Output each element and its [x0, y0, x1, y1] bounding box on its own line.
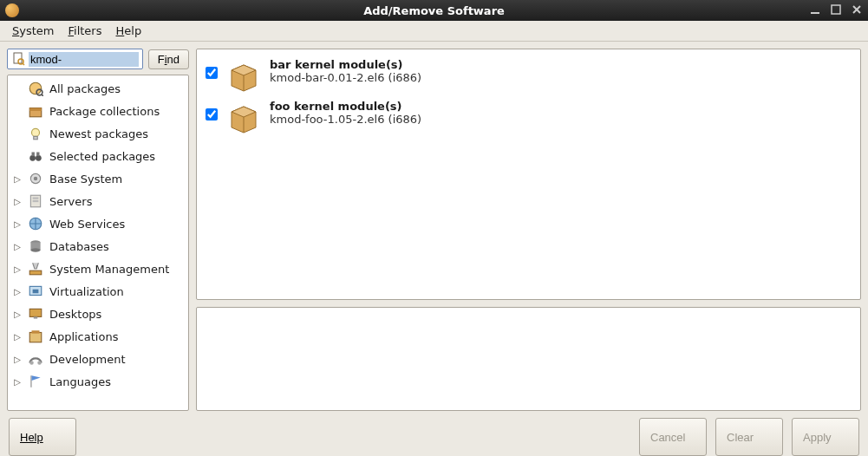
svg-rect-31 — [34, 316, 38, 318]
search-input[interactable] — [29, 52, 139, 67]
sidebar-quick-2[interactable]: Newest packages — [8, 122, 188, 145]
category-tree[interactable]: All packagesPackage collectionsNewest pa… — [7, 75, 189, 411]
expander-icon[interactable]: ▷ — [13, 332, 22, 342]
help-button[interactable]: Help — [9, 418, 76, 456]
apps-icon — [27, 328, 44, 345]
maximize-icon[interactable] — [830, 4, 842, 17]
expander-icon[interactable]: ▷ — [13, 287, 22, 296]
sidebar-quick-1[interactable]: Package collections — [8, 100, 188, 122]
package-name: foo kernel module(s) — [270, 100, 421, 113]
gear-icon — [27, 170, 44, 187]
search-box[interactable] — [7, 49, 143, 69]
package-row[interactable]: foo kernel module(s)kmod-foo-1.05-2.el6 … — [200, 96, 857, 138]
sidebar-item-label: Desktops — [49, 308, 101, 321]
details-pane — [196, 307, 861, 411]
sidebar-quick-0[interactable]: All packages — [8, 77, 188, 100]
svg-rect-21 — [33, 198, 39, 199]
svg-point-7 — [29, 82, 42, 94]
window-controls — [809, 4, 863, 17]
svg-rect-11 — [29, 108, 42, 111]
minimize-icon[interactable] — [809, 4, 821, 17]
svg-rect-30 — [29, 309, 42, 316]
svg-point-19 — [34, 177, 38, 181]
svg-rect-13 — [34, 136, 38, 139]
close-icon[interactable] — [851, 4, 863, 17]
sidebar-item-label: Base System — [49, 173, 122, 186]
menu-help[interactable]: Help — [110, 23, 147, 39]
svg-rect-1 — [832, 5, 840, 14]
expander-icon[interactable]: ▷ — [13, 242, 22, 251]
svg-rect-0 — [811, 12, 819, 14]
main: Find All packagesPackage collectionsNewe… — [0, 42, 868, 418]
svg-rect-33 — [32, 330, 40, 333]
sidebar-cat-7[interactable]: ▷Applications — [8, 325, 188, 348]
virt-icon — [27, 283, 44, 300]
expander-icon[interactable]: ▷ — [13, 219, 22, 229]
sidebar-quick-3[interactable]: Selected packages — [8, 145, 188, 167]
sidebar-cat-6[interactable]: ▷Desktops — [8, 303, 188, 325]
package-version: kmod-bar-0.01-2.el6 (i686) — [270, 71, 421, 84]
clear-button[interactable]: Clear — [715, 418, 783, 456]
search-doc-icon — [11, 52, 25, 66]
sidebar-cat-0[interactable]: ▷Base System — [8, 167, 188, 190]
expander-icon[interactable]: ▷ — [13, 309, 22, 319]
sidebar-cat-9[interactable]: ▷Languages — [8, 370, 188, 393]
cancel-button[interactable]: Cancel — [639, 418, 707, 456]
database-icon — [27, 238, 44, 255]
svg-point-34 — [29, 361, 34, 365]
package-checkbox[interactable] — [206, 108, 218, 121]
package-checkbox[interactable] — [206, 67, 218, 79]
sidebar-cat-8[interactable]: ▷Development — [8, 348, 188, 370]
package-box-icon — [226, 100, 261, 134]
svg-line-9 — [42, 94, 43, 96]
svg-rect-32 — [29, 333, 42, 342]
app-icon — [5, 3, 19, 17]
expander-icon[interactable]: ▷ — [13, 197, 22, 206]
svg-rect-29 — [33, 290, 39, 294]
expander-icon[interactable]: ▷ — [13, 174, 22, 184]
sidebar-item-label: Package collections — [49, 105, 160, 118]
sidebar-item-label: Servers — [49, 195, 92, 208]
server-icon — [27, 192, 44, 210]
flag-icon — [27, 373, 44, 390]
expander-icon[interactable]: ▷ — [13, 355, 22, 364]
package-row[interactable]: bar kernel module(s)kmod-bar-0.01-2.el6 … — [200, 55, 857, 96]
sidebar-cat-5[interactable]: ▷Virtualization — [8, 280, 188, 303]
sidebar-item-label: System Management — [49, 263, 169, 276]
expander-icon[interactable]: ▷ — [13, 377, 22, 387]
svg-rect-36 — [30, 375, 31, 388]
menu-filters[interactable]: Filters — [63, 23, 108, 39]
bulb-icon — [27, 125, 44, 142]
sidebar-cat-2[interactable]: ▷Web Services — [8, 212, 188, 235]
globe-search-icon — [27, 80, 44, 97]
sidebar-item-label: Languages — [49, 375, 111, 388]
sidebar-cat-3[interactable]: ▷Databases — [8, 235, 188, 257]
sidebar-cat-1[interactable]: ▷Servers — [8, 190, 188, 212]
menu-system[interactable]: System — [7, 23, 60, 39]
svg-rect-22 — [33, 200, 39, 202]
svg-rect-17 — [36, 153, 39, 157]
sidebar-item-label: Newest packages — [49, 127, 148, 140]
sidebar: Find All packagesPackage collectionsNewe… — [7, 49, 189, 411]
search-row: Find — [7, 49, 189, 69]
apply-button[interactable]: Apply — [792, 418, 859, 456]
expander-icon[interactable]: ▷ — [13, 264, 22, 274]
desktop-icon — [27, 305, 44, 322]
menubar: System Filters Help — [0, 21, 868, 42]
sidebar-item-label: Web Services — [49, 218, 125, 231]
sidebar-cat-4[interactable]: ▷System Management — [8, 257, 188, 280]
svg-line-6 — [23, 63, 24, 65]
sidebar-item-label: Virtualization — [49, 285, 124, 298]
box-collection-icon — [27, 102, 44, 120]
sidebar-item-label: Development — [49, 353, 126, 366]
svg-point-35 — [37, 361, 42, 365]
tools-icon — [27, 260, 44, 277]
package-name: bar kernel module(s) — [270, 58, 421, 71]
sidebar-item-label: Applications — [49, 330, 118, 343]
find-button[interactable]: Find — [148, 49, 189, 69]
footer: Help Cancel Clear Apply — [0, 418, 868, 456]
window-title: Add/Remove Software — [0, 4, 868, 17]
package-version: kmod-foo-1.05-2.el6 (i686) — [270, 113, 421, 126]
package-list[interactable]: bar kernel module(s)kmod-bar-0.01-2.el6 … — [196, 49, 861, 300]
dev-icon — [27, 350, 44, 368]
